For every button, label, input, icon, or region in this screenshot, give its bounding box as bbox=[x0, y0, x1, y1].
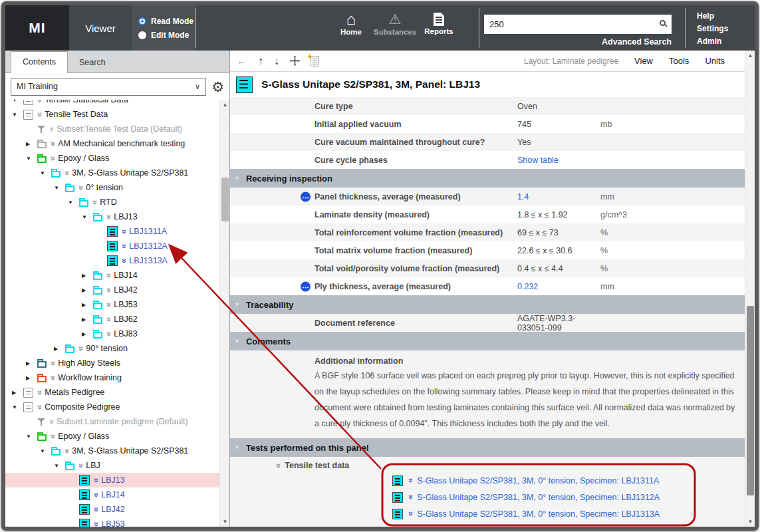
expand-arrow-icon[interactable] bbox=[12, 390, 20, 396]
tree-item[interactable]: LBJ1312A bbox=[5, 239, 219, 253]
tree-item[interactable]: LBJ83 bbox=[5, 327, 219, 341]
record-icon bbox=[79, 519, 90, 527]
tree-item[interactable]: LBJ42 bbox=[5, 283, 219, 297]
section-header[interactable]: Tests performed on this panel bbox=[230, 438, 745, 457]
advanced-search-link[interactable]: Advanced Search bbox=[484, 37, 672, 47]
value-link[interactable]: 0.232 bbox=[517, 282, 538, 291]
radio-selected-icon[interactable] bbox=[138, 17, 146, 25]
search-icon[interactable] bbox=[660, 20, 666, 26]
read-mode-option[interactable]: Read Mode bbox=[138, 17, 195, 26]
search-input[interactable] bbox=[484, 15, 672, 34]
menu-view[interactable]: View bbox=[634, 56, 653, 66]
test-record-link[interactable]: S-Glass Unitape S2/SP381, 3M, 0° tension… bbox=[417, 509, 660, 519]
collapse-arrow-icon[interactable] bbox=[26, 434, 34, 440]
collapse-arrow-icon[interactable] bbox=[12, 404, 20, 410]
tree-item[interactable]: Epoxy / Glass bbox=[5, 429, 219, 444]
settings-link[interactable]: Settings bbox=[697, 23, 728, 35]
attribute-value[interactable]: 0.232 bbox=[517, 282, 600, 291]
menu-tools[interactable]: Tools bbox=[669, 56, 689, 66]
tree-item[interactable]: LBJ14 bbox=[5, 487, 219, 502]
section-header[interactable]: Comments bbox=[230, 332, 745, 350]
tab-contents[interactable]: Contents bbox=[11, 51, 68, 73]
gear-icon[interactable]: ⚙ bbox=[211, 80, 224, 94]
down-arrow-icon[interactable]: ↓ bbox=[274, 56, 279, 66]
new-datasheet-icon[interactable] bbox=[311, 56, 319, 66]
tree-item[interactable]: 3M, S-Glass Unitape S2/SP381 bbox=[5, 166, 219, 180]
attribute-row: Panel thickness, average (measured)1.4mm bbox=[230, 188, 745, 205]
tree-item[interactable]: Tensile Statistical Data bbox=[5, 100, 219, 107]
tree-item[interactable]: LBJ13 bbox=[5, 473, 219, 487]
value-link[interactable]: 1.4 bbox=[517, 192, 529, 201]
tree-item[interactable]: LBJ62 bbox=[5, 312, 219, 327]
expand-arrow-icon[interactable] bbox=[82, 302, 90, 308]
tree-item[interactable]: Tensile Test Data bbox=[5, 107, 219, 122]
tree-item[interactable]: LBJ bbox=[5, 458, 219, 473]
collapse-arrow-icon[interactable] bbox=[26, 156, 34, 162]
test-record-link[interactable]: S-Glass Unitape S2/SP381, 3M, 0° tension… bbox=[417, 476, 659, 485]
main-scrollbar[interactable]: ▲ ▼ bbox=[745, 51, 755, 527]
expand-arrow-icon[interactable] bbox=[26, 360, 34, 366]
collapse-arrow-icon[interactable] bbox=[40, 448, 48, 454]
nav-reports[interactable]: Reports bbox=[417, 12, 461, 36]
database-selector[interactable]: MI Training ∨ bbox=[11, 78, 206, 96]
collapse-arrow-icon[interactable] bbox=[54, 185, 62, 191]
admin-link[interactable]: Admin bbox=[697, 35, 728, 47]
collapse-arrow-icon[interactable] bbox=[82, 214, 90, 220]
tree-item[interactable]: 90° tension bbox=[5, 341, 219, 356]
tree-item[interactable]: High Alloy Steels bbox=[5, 356, 219, 370]
up-arrow-icon[interactable]: ↑ bbox=[258, 56, 263, 66]
collapse-arrow-icon[interactable] bbox=[40, 170, 48, 176]
collapse-arrow-icon[interactable] bbox=[68, 200, 76, 205]
radio-unselected-icon[interactable] bbox=[138, 31, 146, 39]
sidebar-scrollbar[interactable]: ▲ ▼ bbox=[219, 100, 229, 527]
tree-item[interactable]: Subset:Tensile Test Data (Default) bbox=[5, 122, 219, 136]
tree-item[interactable]: AM Mechanical benchmark testing bbox=[5, 136, 219, 151]
tab-search[interactable]: Search bbox=[68, 53, 117, 73]
expand-arrow-icon[interactable] bbox=[54, 346, 62, 352]
back-arrow-icon[interactable]: ← bbox=[237, 56, 247, 66]
attribute-value[interactable]: Show table bbox=[517, 156, 600, 165]
scrollbar-thumb[interactable] bbox=[221, 178, 229, 221]
scroll-down-icon[interactable]: ▼ bbox=[745, 517, 755, 527]
section-header[interactable]: Receiving inspection bbox=[230, 169, 745, 188]
tree-item[interactable]: 0° tension bbox=[5, 180, 219, 195]
edit-mode-option[interactable]: Edit Mode bbox=[138, 31, 195, 40]
scroll-up-icon[interactable]: ▲ bbox=[220, 100, 229, 110]
test-record-link[interactable]: S-Glass Unitape S2/SP381, 3M, 0° tension… bbox=[417, 493, 660, 502]
double-chevron-icon bbox=[35, 100, 43, 102]
help-link[interactable]: Help bbox=[697, 10, 728, 22]
tree-item[interactable]: LBJ53 bbox=[5, 517, 219, 527]
tree-item[interactable]: LBJ13 bbox=[5, 209, 219, 224]
menu-units[interactable]: Units bbox=[705, 56, 725, 66]
tree-item[interactable]: Epoxy / Glass bbox=[5, 151, 219, 166]
tree-item[interactable]: LBJ42 bbox=[5, 502, 219, 517]
expand-arrow-icon[interactable] bbox=[26, 141, 34, 147]
move-icon[interactable] bbox=[290, 56, 300, 66]
expand-arrow-icon[interactable] bbox=[82, 331, 90, 337]
value-link[interactable]: Show table bbox=[517, 156, 559, 165]
expand-arrow-icon[interactable] bbox=[82, 317, 90, 323]
tree-item[interactable]: LBJ1311A bbox=[5, 224, 219, 239]
tree-item[interactable]: Workflow training bbox=[5, 370, 219, 385]
scroll-down-icon[interactable]: ▼ bbox=[220, 517, 229, 527]
tree-item[interactable]: LBJ1313A bbox=[5, 253, 219, 268]
expand-arrow-icon[interactable] bbox=[26, 375, 34, 381]
tree-item[interactable]: LBJ53 bbox=[5, 297, 219, 312]
section-header[interactable]: Traceability bbox=[230, 295, 745, 314]
nav-home[interactable]: ⌂ Home bbox=[329, 12, 373, 36]
attribute-value[interactable]: 1.4 bbox=[517, 192, 600, 201]
collapse-arrow-icon[interactable] bbox=[12, 100, 20, 103]
tree-item[interactable]: Metals Pedigree bbox=[5, 385, 219, 400]
expand-arrow-icon[interactable] bbox=[82, 273, 90, 279]
expand-arrow-icon[interactable] bbox=[82, 287, 90, 293]
folder-icon bbox=[93, 273, 102, 280]
tree-item[interactable]: Subset:Laminate pedigree (Default) bbox=[5, 414, 219, 429]
scrollbar-thumb[interactable] bbox=[747, 306, 754, 495]
collapse-arrow-icon[interactable] bbox=[54, 463, 62, 469]
tree-item[interactable]: LBJ14 bbox=[5, 268, 219, 283]
tree-item[interactable]: RTD bbox=[5, 195, 219, 209]
scroll-up-icon[interactable]: ▲ bbox=[745, 51, 755, 61]
tree-item[interactable]: Composite Pedigree bbox=[5, 400, 219, 414]
tree-item[interactable]: 3M, S-Glass Unitape S2/SP381 bbox=[5, 444, 219, 458]
collapse-arrow-icon[interactable] bbox=[12, 112, 20, 118]
